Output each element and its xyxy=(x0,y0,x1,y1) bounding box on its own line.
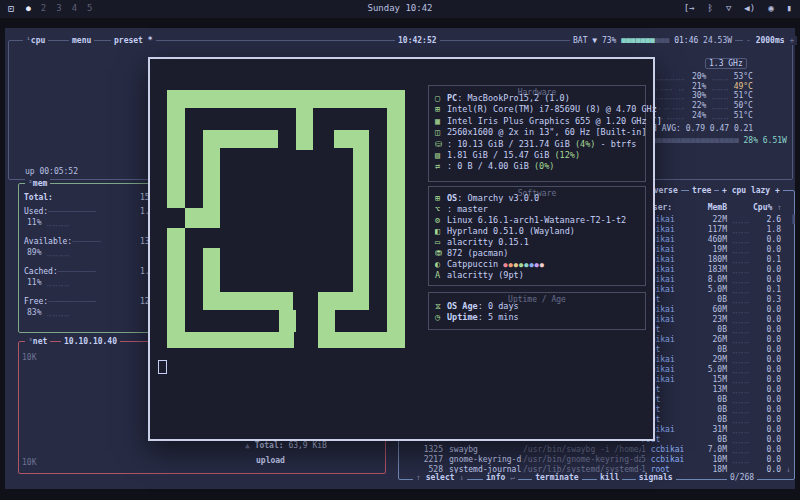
info-row: ◷Uptime: 5 mins xyxy=(435,312,519,322)
net-box-title[interactable]: ³net xyxy=(25,337,50,346)
cpu-core-row: ⣀⣀⣀⣀⣀⡀ 20% ⣀⣀⣀ 53°C xyxy=(652,72,753,81)
proc-graph: ⣀⣀⣀ xyxy=(732,265,750,274)
info-row: ▭alacritty 0.15.1 xyxy=(435,237,529,247)
proc-mem: 26M xyxy=(685,335,727,344)
font-icon: A xyxy=(435,270,447,280)
bluetooth-icon[interactable]: ᛒ xyxy=(707,3,712,13)
battery-status: BAT ▼ 73% ■■■■■■■■■■ 01:46 24.53W xyxy=(570,36,735,45)
battery-meter: ■■■■■■■■■■ xyxy=(621,36,669,45)
proc-mem: 5.0M xyxy=(685,285,727,294)
proc-cpu: 0.0 xyxy=(757,245,781,254)
proc-footer-kill[interactable]: kill xyxy=(597,473,622,482)
volume-icon[interactable]: ◀) xyxy=(744,3,755,13)
proc-mem: 29M xyxy=(685,355,727,364)
proc-graph: ⣀⣀⣀ xyxy=(732,415,750,424)
proc-graph: ⣀⣀⣀ xyxy=(732,285,750,294)
info-icon: ⌥ xyxy=(435,204,447,214)
info-row: ⚙Linux 6.16.1-arch1-Watanare-T2-1-t2 xyxy=(435,215,626,225)
proc-mem: 15M xyxy=(685,375,727,384)
clock: Sunday 10:42 xyxy=(0,3,800,13)
info-row: ◧Hyprland 0.51.0 (Wayland) xyxy=(435,226,575,236)
proc-mem: 23M xyxy=(685,315,727,324)
proc-footer-signals[interactable]: signals xyxy=(636,473,676,482)
proc-mem: 60M xyxy=(685,305,727,314)
net-upload-label: upload xyxy=(253,456,288,465)
info-row: ▦Intel Iris Plus Graphics 655 @ 1.20 GHz… xyxy=(435,116,662,126)
proc-graph: ⣀⣀⣀ xyxy=(732,305,750,314)
proc-cpu: 0.0 xyxy=(757,405,781,414)
proc-graph: ⣀⣀⣀ xyxy=(732,375,750,384)
proc-mem: 460M xyxy=(685,235,727,244)
proc-mem: 0B xyxy=(685,435,727,444)
info-icon: ◧ xyxy=(435,226,447,236)
proc-graph: ⣀⣀⣀ xyxy=(732,405,750,414)
proc-mem: 22M xyxy=(685,215,727,224)
proc-mem: 0B xyxy=(685,415,727,424)
mem-box-title[interactable]: ²mem xyxy=(25,179,50,188)
info-icon: ⚙ xyxy=(435,215,447,225)
proc-col-cpu[interactable]: Cpu% ↑ xyxy=(753,203,782,212)
cpu-total-meter: ■■■■■■■■■■■■■■■■■■ 28% 6.51W xyxy=(652,136,787,145)
info-icon: ◐ xyxy=(435,259,447,269)
info-row: ⊞Intel(R) Core(TM) i7-8569U (8) @ 4.70 G… xyxy=(435,104,657,114)
fastfetch-window[interactable]: Hardware ▢PC: MacBookPro15,2 (1.0)⊞Intel… xyxy=(148,57,655,441)
proc-mem: 0B xyxy=(685,345,727,354)
info-icon: ⊞ xyxy=(435,104,447,114)
info-icon: ⊞ xyxy=(435,193,447,203)
cpu-box-title[interactable]: ¹cpu xyxy=(23,36,48,45)
proc-mem: 0B xyxy=(685,395,727,404)
proc-sort-selector[interactable]: + cpu lazy + xyxy=(719,186,783,195)
proc-footer-info[interactable]: info ↵ xyxy=(483,473,518,482)
cpu-core-row: ⣀⢀⣀⡀⢀⡀ 21% ⣀⣀⣀ 49°C xyxy=(652,82,753,91)
info-row: ◐Catppuccin ●●●●●●●● xyxy=(435,259,545,269)
proc-graph: ⣀⣀⣀ xyxy=(732,445,750,454)
process-cmd: /usr/bin/swaybg -i /home/ccbikai/ xyxy=(523,445,641,454)
proc-footer-terminate[interactable]: terminate xyxy=(532,473,581,482)
proc-graph: ⣀⣀⣀ xyxy=(732,425,750,434)
proc-row[interactable]: 1 ccbikai xyxy=(641,445,684,454)
proc-tree-button[interactable]: tree xyxy=(689,186,714,195)
screencast-icon[interactable]: [→ xyxy=(684,3,695,13)
proc-scrollbar[interactable]: ▐ xyxy=(790,215,795,224)
proc-cpu: 0.0 xyxy=(757,365,781,374)
proc-cpu: 0.0 xyxy=(757,315,781,324)
info-icon: ⛃ xyxy=(435,248,447,258)
proc-cpu: 0.0 xyxy=(757,435,781,444)
info-icon: ◫ xyxy=(435,127,447,137)
proc-cpu: 0.0 xyxy=(757,355,781,364)
scroll-down-icon[interactable]: ↓ xyxy=(786,465,791,474)
proc-cpu: 0.0 xyxy=(757,445,781,454)
proc-cpu: 0.0 xyxy=(757,325,781,334)
proc-mem: 0B xyxy=(685,325,727,334)
info-row: ▤1.81 GiB / 15.47 GiB (12%) xyxy=(435,150,580,160)
proc-cpu: 0.0 xyxy=(757,455,781,464)
proc-graph: ⣀⣀⣀ xyxy=(732,235,750,244)
proc-cpu: 0.0 xyxy=(757,305,781,314)
proc-footer-select[interactable]: ↑ select ↓ xyxy=(413,473,467,482)
proc-cpu: 0.0 xyxy=(757,235,781,244)
info-icon: ▦ xyxy=(435,116,447,126)
proc-col-mem[interactable]: MemB xyxy=(685,203,727,212)
record-icon[interactable]: ◉ xyxy=(768,3,773,13)
wifi-icon[interactable]: ▽ xyxy=(726,3,731,13)
refresh-rate-control[interactable]: - 2000ms + xyxy=(743,36,797,45)
proc-mem: 13M xyxy=(685,385,727,394)
proc-graph: ⣀⣀⣀ xyxy=(732,215,750,224)
net-ip: 10.10.10.40 xyxy=(61,337,120,346)
proc-row[interactable]: 5 ccbikai xyxy=(641,455,684,464)
cpu-frequency: 1.3 GHz xyxy=(705,58,747,69)
proc-cpu: 2.6 xyxy=(757,215,781,224)
proc-mem: 0B xyxy=(685,295,727,304)
preset-button[interactable]: preset * xyxy=(111,36,156,45)
menu-button[interactable]: menu xyxy=(69,36,94,45)
proc-mem: 5.0M xyxy=(685,365,727,374)
battery-icon[interactable]: ▮ xyxy=(787,3,792,13)
process-pid: 1325 xyxy=(403,445,443,454)
info-icon: ◷ xyxy=(435,312,447,322)
net-scale-bottom: 10K xyxy=(22,458,36,467)
info-row: ⊞OS: Omarchy v3.0.0 xyxy=(435,193,539,203)
hardware-section: Hardware ▢PC: MacBookPro15,2 (1.0)⊞Intel… xyxy=(428,85,646,182)
cpu-core-row: ⢀⣀⣀⣀⣀⡀ 30% ⣀⣀⣀ 51°C xyxy=(652,91,753,100)
cpu-core-row: ⣀⣀⢀⣀⣀⡀ 24% ⣀⣀⣀ 51°C xyxy=(652,111,753,120)
load-avg: d AVG: 0.79 0.47 0.21 xyxy=(652,124,753,133)
